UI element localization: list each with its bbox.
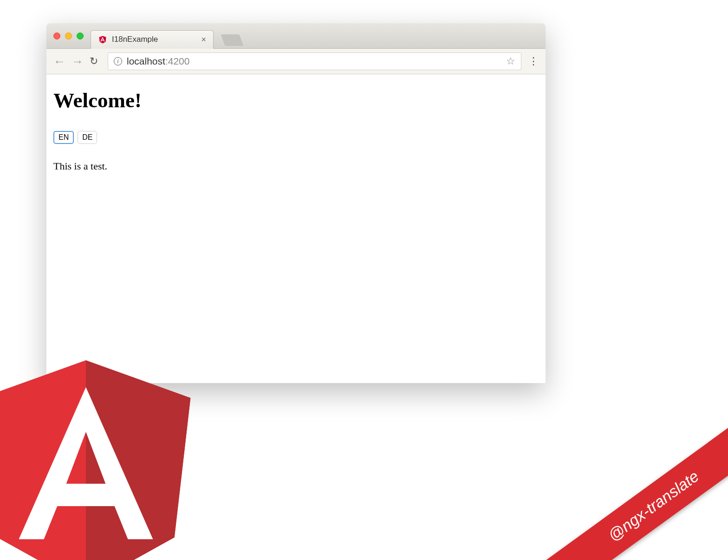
page-heading: Welcome!	[53, 88, 539, 112]
lang-de-button[interactable]: DE	[78, 131, 97, 144]
site-info-icon[interactable]: i	[114, 57, 122, 65]
page-content: Welcome! EN DE This is a test.	[46, 74, 546, 383]
new-tab-button[interactable]	[221, 34, 243, 46]
browser-window: I18nExample × ← → ↻ i localhost:4200 ☆ ⋮…	[46, 23, 546, 383]
close-window-button[interactable]	[53, 33, 60, 39]
title-bar: I18nExample ×	[46, 23, 546, 49]
url-text: localhost:4200	[127, 56, 501, 67]
reload-button[interactable]: ↻	[90, 55, 101, 67]
bookmark-star-icon[interactable]: ☆	[506, 55, 515, 67]
url-input[interactable]: i localhost:4200 ☆	[108, 52, 521, 70]
svg-marker-1	[103, 36, 106, 43]
browser-menu-icon[interactable]: ⋮	[528, 55, 539, 67]
browser-tab[interactable]: I18nExample ×	[91, 30, 214, 49]
ngx-translate-ribbon: @ngx-translate	[546, 421, 728, 560]
traffic-lights	[53, 33, 84, 39]
maximize-window-button[interactable]	[77, 33, 84, 39]
tab-close-icon[interactable]: ×	[201, 35, 206, 45]
language-buttons: EN DE	[53, 131, 539, 144]
url-port: :4200	[165, 56, 190, 66]
minimize-window-button[interactable]	[65, 33, 72, 39]
lang-en-button[interactable]: EN	[53, 131, 74, 144]
body-text: This is a test.	[53, 160, 539, 172]
tab-title: I18nExample	[112, 35, 196, 44]
angular-favicon-icon	[98, 35, 107, 44]
angular-logo-icon	[0, 360, 200, 560]
address-bar: ← → ↻ i localhost:4200 ☆ ⋮	[46, 49, 546, 74]
url-host: localhost	[127, 56, 165, 66]
forward-button[interactable]: →	[72, 54, 83, 69]
back-button[interactable]: ←	[53, 54, 65, 69]
